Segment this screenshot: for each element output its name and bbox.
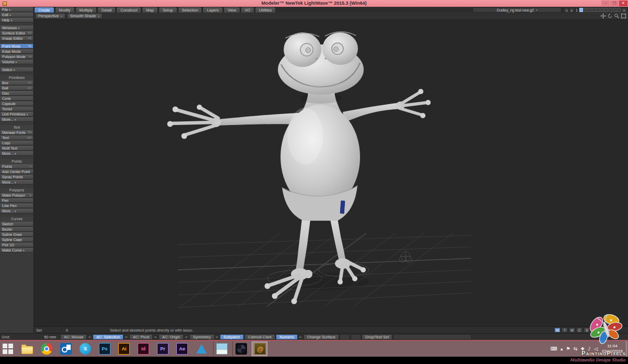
sidebar-item[interactable]: More... ▾ [1,117,33,122]
vmap-type-button[interactable]: W [554,327,560,333]
tray-icon[interactable]: ⇆ [574,346,578,351]
layer-box[interactable] [600,8,604,12]
taskbar-app-button[interactable] [39,342,54,356]
menu-tab[interactable]: Setup [159,7,177,13]
sidebar-item[interactable]: Unit Primitives ▾ [1,112,33,117]
tray-icon[interactable]: ♪ [588,346,591,351]
sidebar-item[interactable]: File ▾ [1,7,33,12]
toolbar-button[interactable]: Symmetry [189,334,215,340]
frog-character-model[interactable] [167,32,431,304]
taskbar-app-button[interactable] [232,342,248,356]
toggle-arrows-icon[interactable]: ◂▸ [125,335,128,338]
sidebar-item[interactable]: Spline Draw [1,232,33,237]
sidebar-item[interactable]: Disc [1,91,33,96]
toolbar-button[interactable]: AC: Selection [93,334,124,340]
vmap-type-button[interactable]: C [576,327,582,333]
sidebar-item[interactable]: Add Center Point [1,169,33,174]
taskbar-app-button[interactable]: Ae [174,342,190,356]
tray-icon[interactable]: ◁ [594,346,598,351]
prev-layer-button[interactable]: ◂ [564,8,569,13]
sidebar-item[interactable]: Plot 1D [1,243,33,247]
tray-icon[interactable]: ⚑ [566,346,570,351]
layer-box[interactable] [617,8,621,12]
layer-box[interactable] [596,8,600,12]
sidebar-item[interactable]: Cone [1,96,33,101]
layer-box[interactable] [579,8,583,12]
taskbar-app-button[interactable] [58,342,74,356]
toggle-arrows-icon[interactable]: ◂▸ [88,335,91,338]
menu-tab[interactable]: Detail [97,7,116,13]
menu-tab[interactable]: Selection [178,7,203,13]
sidebar-item[interactable]: Select ▾ [1,67,33,72]
toolbar-button[interactable]: AC: Origin [159,334,184,340]
toggle-arrows-icon[interactable]: ◂▸ [216,335,219,338]
taskbar-app-button[interactable] [0,342,16,356]
sidebar-item[interactable]: More... ▾ [1,209,33,213]
pan-icon[interactable] [600,13,606,19]
taskbar-app-button[interactable] [19,342,35,356]
sidebar-item[interactable]: Edge Mode [1,49,33,54]
layer-box[interactable] [604,8,608,12]
toolbar-button[interactable]: Subpatch [220,334,244,340]
taskbar-app-button[interactable] [213,342,229,356]
menu-tab[interactable]: Create [34,7,54,13]
taskbar-app-button[interactable]: Ai [116,342,132,356]
tray-icon[interactable]: ❖ [580,346,585,351]
menu-tab[interactable]: I/O [241,7,254,13]
sidebar-item[interactable]: Surface Editor F5 [1,31,33,36]
show-desktop-button[interactable] [626,341,628,357]
sidebar-item[interactable]: Volume ▾ [1,60,33,64]
sidebar-item[interactable]: Points + [1,164,33,169]
taskbar-app-button[interactable]: S [77,342,93,356]
vmap-type-button[interactable]: M [569,327,575,333]
sidebar-item[interactable]: Point Mode ^G [1,44,33,49]
menu-tab[interactable]: Construct [116,7,141,13]
sidebar-item[interactable]: Edit ▾ [1,13,33,17]
taskbar-app-button[interactable]: Pr [155,342,171,356]
sidebar-item[interactable]: Multi Text [1,146,33,151]
toggle-arrows-icon[interactable]: ◂▸ [154,335,157,338]
sidebar-item[interactable]: Text +W [1,135,33,140]
layer-menu-button[interactable]: ▾ [621,8,627,13]
toggle-arrows-icon[interactable]: ◂▸ [299,335,302,338]
toggle-arrows-icon[interactable]: ◂▸ [185,335,188,338]
layer-box[interactable] [613,8,616,12]
toolbar-button[interactable]: Catmull-Clark [244,334,275,340]
sidebar-item[interactable]: Capsule [1,101,33,106]
toolbar-button[interactable]: AC: Mouse [60,334,87,340]
tray-icon[interactable]: ⌨ [551,346,557,351]
taskbar-app-button[interactable]: Id [136,342,151,356]
sidebar-item[interactable]: Logo [1,141,33,145]
close-button[interactable]: ✕ [619,1,627,6]
view-mode-dropdown[interactable]: Perspective ▾ [35,13,65,19]
menu-tab[interactable]: View [223,7,240,13]
sidebar-item[interactable]: More... ▾ [1,151,33,156]
toolbar-button[interactable] [393,334,472,340]
taskbar-app-button[interactable] [194,342,209,356]
maximize-button[interactable]: □ [610,1,619,6]
menu-tab[interactable]: Multiply [75,7,97,13]
vmap-value[interactable]: (none) [592,328,604,333]
sidebar-item[interactable]: Pen [1,198,33,203]
toolbar-button[interactable]: AC: Pivot [129,334,153,340]
menu-tab[interactable]: Modify [55,7,75,13]
layer-box[interactable] [609,8,612,12]
sidebar-item[interactable]: Ball +O [1,86,33,90]
vmap-type-button[interactable]: T [562,327,568,333]
toolbar-button[interactable]: Drop/Test Set [362,334,392,340]
tray-icon[interactable]: ▴ [560,346,563,351]
taskbar-app-button[interactable]: Ps [97,342,113,356]
sidebar-item[interactable]: Bezier [1,227,33,232]
sidebar-item[interactable]: Sketch [1,222,33,226]
menu-tab[interactable]: Map [142,7,158,13]
sidebar-item[interactable]: More... ▾ [1,180,33,185]
viewport-3d-model[interactable] [34,20,628,326]
sidebar-item[interactable]: Image Editor F6 [1,36,33,41]
sidebar-item[interactable]: Make Curve ▾ [1,248,33,253]
perspective-viewport[interactable] [34,20,628,326]
sidebar-item[interactable]: Windows ▾ [1,26,33,30]
sidebar-item[interactable]: Polygon Mode ^H [1,54,33,59]
sidebar-item[interactable]: Make Polygon p [1,193,33,198]
toolbar-button[interactable]: Numeric [276,334,298,340]
toolbar-button[interactable] [351,334,361,340]
